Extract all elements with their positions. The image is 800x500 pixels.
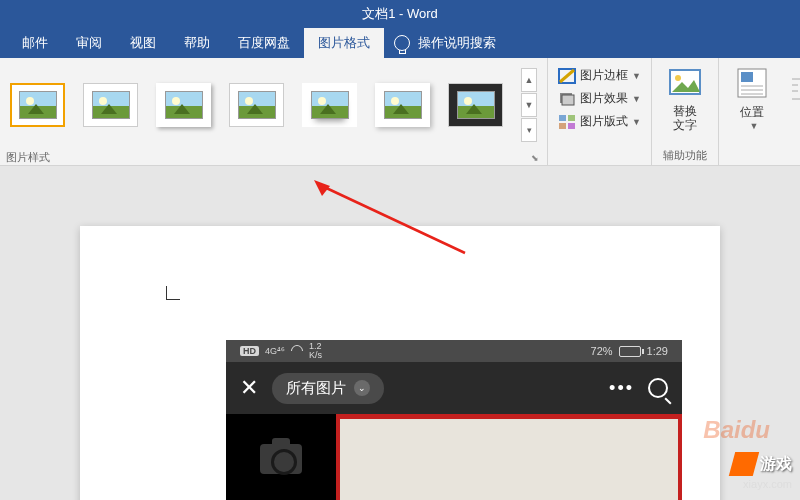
ribbon-tabs: 邮件 审阅 视图 帮助 百度网盘 图片格式 操作说明搜索 [0, 28, 800, 58]
style-thumb-1[interactable] [10, 83, 65, 127]
svg-rect-4 [568, 115, 575, 121]
phone-app-bar: ✕ 所有图片 ⌄ ••• [226, 362, 682, 414]
accessibility-group-label: 辅助功能 [658, 148, 712, 163]
svg-rect-5 [559, 123, 566, 129]
svg-rect-10 [741, 72, 753, 82]
gallery-more-button[interactable]: ▾ [521, 118, 537, 142]
brand-chevron-icon [729, 452, 759, 476]
picture-format-options: 图片边框▼ 图片效果▼ 图片版式▼ . [548, 58, 652, 165]
gallery-down-button[interactable]: ▼ [521, 93, 537, 117]
chevron-down-icon: ⌄ [354, 380, 370, 396]
album-picker-label: 所有图片 [286, 379, 346, 398]
position-icon [735, 66, 769, 100]
style-thumb-3[interactable] [156, 83, 211, 127]
position-button[interactable]: 位置 ▼ [725, 62, 779, 135]
style-thumb-5[interactable] [302, 83, 357, 127]
tell-me-label: 操作说明搜索 [418, 34, 496, 52]
tab-baidu-netdisk[interactable]: 百度网盘 [224, 28, 304, 58]
style-thumb-2[interactable] [83, 83, 138, 127]
tab-mail[interactable]: 邮件 [8, 28, 62, 58]
alt-text-label: 替换 文字 [673, 104, 697, 133]
dropdown-icon: ▼ [632, 94, 641, 104]
picture-layout-button[interactable]: 图片版式▼ [556, 110, 643, 133]
network-speed: 1.2K/s [309, 342, 322, 360]
svg-rect-6 [568, 123, 575, 129]
svg-rect-2 [562, 95, 574, 105]
album-picker-button[interactable]: 所有图片 ⌄ [272, 373, 384, 404]
picture-effects-button[interactable]: 图片效果▼ [556, 87, 643, 110]
picture-styles-group: ▲ ▼ ▾ 图片样式 ⬊ [0, 58, 548, 165]
dialog-launcher-icon[interactable]: ⬊ [529, 153, 541, 163]
close-button[interactable]: ✕ [240, 375, 258, 401]
brand-text: 游戏 [760, 454, 792, 475]
photo-tile-selected[interactable] [336, 414, 682, 500]
site-watermark: 游戏 xiayx.com [732, 452, 792, 490]
battery-percent: 72% [591, 345, 613, 357]
style-thumb-4[interactable] [229, 83, 284, 127]
style-thumb-7[interactable] [448, 83, 503, 127]
dropdown-icon: ▼ [632, 71, 641, 81]
tab-review[interactable]: 审阅 [62, 28, 116, 58]
clock: 1:29 [647, 345, 668, 357]
arrange-group: 位置 ▼ 环 . [719, 58, 800, 165]
more-menu-button[interactable]: ••• [609, 378, 634, 399]
layout-icon [558, 114, 576, 130]
position-label: 位置 [740, 104, 764, 121]
baidu-watermark: Baidu [703, 416, 770, 444]
camera-icon [260, 444, 302, 474]
phone-status-bar: HD 4G⁴⁶ 1.2K/s 72% 1:29 [226, 340, 682, 362]
battery-icon [619, 346, 641, 357]
border-icon [558, 68, 576, 84]
tab-picture-format[interactable]: 图片格式 [304, 28, 384, 58]
picture-styles-gallery: ▲ ▼ ▾ [6, 62, 541, 148]
wrap-icon [789, 71, 800, 105]
svg-point-8 [675, 75, 681, 81]
ribbon: ▲ ▼ ▾ 图片样式 ⬊ 图片边框▼ 图片效果▼ 图片版式▼ . [0, 58, 800, 166]
title-bar: 文档1 - Word [0, 0, 800, 28]
alt-text-icon [668, 66, 702, 100]
tab-help[interactable]: 帮助 [170, 28, 224, 58]
brand-url: xiayx.com [732, 478, 792, 490]
signal-icon: 4G⁴⁶ [265, 346, 285, 356]
alt-text-button[interactable]: 替换 文字 [658, 62, 712, 137]
phone-gallery [226, 414, 682, 500]
svg-rect-3 [559, 115, 566, 121]
tab-view[interactable]: 视图 [116, 28, 170, 58]
gallery-up-button[interactable]: ▲ [521, 68, 537, 92]
tell-me-search[interactable]: 操作说明搜索 [384, 34, 496, 52]
camera-tile[interactable] [226, 414, 336, 500]
lightbulb-icon [394, 35, 410, 51]
dropdown-icon: ▼ [632, 117, 641, 127]
wrap-text-button[interactable]: 环 [779, 62, 800, 135]
dropdown-icon: ▼ [749, 121, 758, 131]
accessibility-group: 替换 文字 辅助功能 [652, 58, 719, 165]
effects-icon [558, 91, 576, 107]
gallery-scroll: ▲ ▼ ▾ [521, 68, 537, 142]
picture-border-button[interactable]: 图片边框▼ [556, 64, 643, 87]
hotspot-icon [289, 343, 306, 360]
style-thumb-6[interactable] [375, 83, 430, 127]
search-icon[interactable] [648, 378, 668, 398]
cursor-indicator [166, 286, 180, 300]
embedded-phone-screenshot: HD 4G⁴⁶ 1.2K/s 72% 1:29 ✕ 所有图片 ⌄ ••• [226, 340, 682, 500]
picture-styles-group-label: 图片样式 ⬊ [6, 150, 541, 165]
hd-badge: HD [240, 346, 259, 356]
